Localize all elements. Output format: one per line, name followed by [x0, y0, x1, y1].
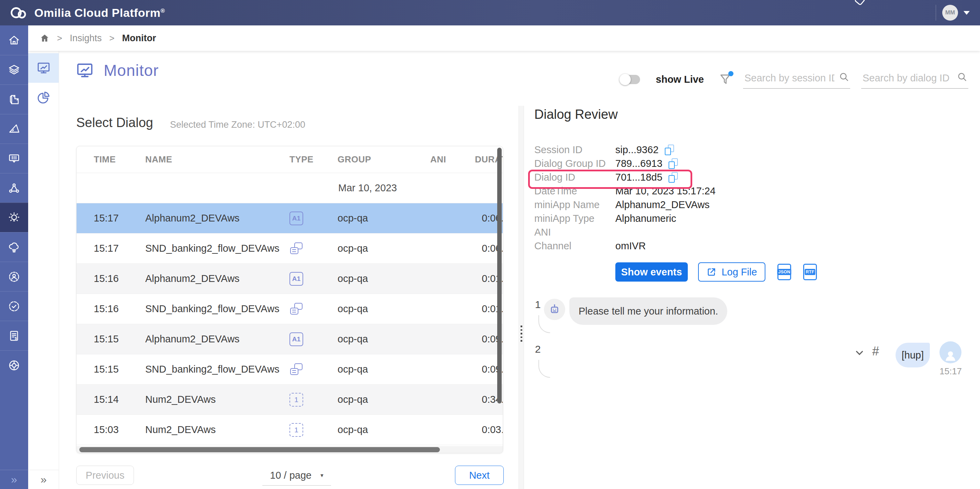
subnav-item-reports[interactable]: [28, 83, 59, 112]
col-time: TIME: [94, 154, 145, 165]
dialog-review-panel: Dialog Review Session ID sip...9362 Dial…: [534, 51, 980, 489]
table-row[interactable]: 15:16 Alphanum2_DEVAws A1 ocp-qa 0:01.: [76, 264, 503, 294]
gear-user-icon: [8, 270, 21, 283]
sidebar-item-deploy[interactable]: [0, 232, 28, 262]
cell-name: Num2_DEVAws: [145, 424, 290, 435]
cell-name: Num2_DEVAws: [145, 394, 290, 405]
cell-group: ocp-qa: [337, 303, 430, 315]
sidebar-item-orchestrator[interactable]: [0, 173, 28, 202]
field-value: 701...18d5: [615, 172, 662, 183]
breadcrumb-insights-link[interactable]: Insights: [70, 33, 102, 44]
previous-page-button[interactable]: Previous: [76, 466, 134, 485]
show-events-button[interactable]: Show events: [615, 262, 688, 282]
blocks-icon: [8, 93, 21, 106]
page-title: Monitor: [104, 61, 159, 80]
table-row[interactable]: 15:14 Num2_DEVAws 1 ocp-qa 0:34.: [76, 385, 503, 415]
sidebar-item-insights[interactable]: [0, 202, 28, 232]
user-avatar[interactable]: MM: [942, 5, 958, 21]
field-row-dialog-id: Dialog ID 701...18d5: [534, 170, 795, 184]
cell-time: 15:14: [94, 394, 145, 405]
expand-message-chevron-icon[interactable]: [854, 347, 865, 358]
secondary-sidebar: »: [28, 51, 59, 489]
log-file-button[interactable]: Log File: [698, 262, 765, 282]
cell-name: SND_banking2_flow_DEVAws: [145, 364, 290, 375]
cell-name: SND_banking2_flow_DEVAws: [145, 243, 290, 254]
sidebar-item-support[interactable]: [0, 350, 28, 380]
field-value: Mar 10, 2023 15:17:24: [615, 185, 716, 197]
field-label: Dialog Group ID: [534, 158, 615, 169]
primary-sidebar: $ »: [0, 25, 28, 489]
cloud-deploy-icon: [8, 241, 21, 254]
bot-avatar: [544, 299, 565, 320]
table-header-row: TIME NAME TYPE GROUP ANI DURATION: [76, 146, 503, 173]
table-row[interactable]: 15:15 SND_banking2_flow_DEVAws ocp-qa 0:…: [76, 354, 503, 385]
cell-time: 15:03: [94, 424, 145, 435]
user-menu-caret-icon[interactable]: [964, 11, 970, 15]
field-value: 789...6913: [615, 158, 662, 169]
download-json-button[interactable]: JSON: [777, 264, 791, 280]
sidebar-item-admin[interactable]: [0, 262, 28, 291]
cell-duration: 0:03.: [475, 424, 503, 435]
field-label: Dialog ID: [534, 172, 615, 183]
breadcrumb: > Insights > Monitor: [28, 25, 980, 51]
breadcrumb-home-icon[interactable]: [40, 33, 49, 43]
date-group-row: Mar 10, 2023: [76, 173, 503, 203]
select-dialog-title: Select Dialog: [76, 115, 153, 130]
person-icon: [943, 348, 958, 363]
table-row[interactable]: 15:15 Alphanum2_DEVAws A1 ocp-qa 0:09.: [76, 324, 503, 354]
subnav-item-monitor[interactable]: [28, 53, 59, 83]
primary-sidebar-collapse-button[interactable]: »: [0, 470, 28, 489]
sidebar-item-miniapps[interactable]: [0, 55, 28, 84]
page-size-select[interactable]: 10 / page ▾: [262, 466, 331, 486]
splitter-drag-handle[interactable]: [520, 325, 522, 344]
col-group: GROUP: [337, 154, 430, 165]
next-page-button[interactable]: Next: [455, 466, 504, 485]
field-label: Session ID: [534, 144, 615, 156]
cell-time: 15:17: [94, 213, 145, 224]
field-row-miniapp-name: miniApp Name Alphanum2_DEVAws: [534, 198, 795, 212]
top-header: Omilia Cloud Platform® MM: [0, 0, 980, 25]
copy-icon[interactable]: [668, 172, 678, 183]
sidebar-item-tools[interactable]: [0, 114, 28, 143]
copy-icon[interactable]: [668, 158, 678, 169]
table-row[interactable]: 15:03 Num2_DEVAws 1 ocp-qa 0:03.: [76, 415, 503, 445]
cell-time: 15:17: [94, 243, 145, 254]
horizontal-scrollbar-thumb[interactable]: [79, 447, 440, 452]
table-row[interactable]: 15:17 Alphanum2_DEVAws A1 ocp-qa 0:06.: [76, 203, 503, 234]
cell-time: 15:15: [94, 333, 145, 345]
sidebar-item-resources[interactable]: [0, 84, 28, 114]
field-value: Alphanumeric: [615, 213, 676, 224]
timezone-label: Selected Time Zone: UTC+02:00: [170, 119, 305, 130]
sidebar-item-quality[interactable]: [0, 291, 28, 321]
col-ani: ANI: [430, 154, 475, 165]
sidebar-item-home[interactable]: [0, 25, 28, 55]
secondary-sidebar-collapse-button[interactable]: »: [28, 470, 59, 489]
field-row-datetime: DateTime Mar 10, 2023 15:17:24: [534, 184, 795, 198]
cell-group: ocp-qa: [337, 213, 430, 224]
download-rtf-button[interactable]: RTF: [803, 264, 817, 280]
flow-type-icon: [290, 363, 303, 376]
field-row-ani: ANI: [534, 225, 795, 239]
bot-message-bubble: Please tell me your information.: [569, 297, 727, 325]
sidebar-item-billing[interactable]: $: [0, 321, 28, 350]
copy-icon[interactable]: [665, 145, 674, 155]
main-content: Monitor show Live Select: [59, 51, 980, 489]
svg-text:$: $: [15, 336, 17, 340]
page-size-label: 10 / page: [270, 470, 312, 481]
sidebar-item-voice[interactable]: [0, 143, 28, 173]
vertical-scrollbar-thumb[interactable]: [497, 148, 502, 403]
cell-group: ocp-qa: [337, 364, 430, 375]
badge-check-icon: [8, 300, 21, 313]
breadcrumb-current-page: Monitor: [122, 33, 156, 44]
col-name: NAME: [145, 154, 290, 165]
table-row[interactable]: 15:16 SND_banking2_flow_DEVAws ocp-qa 0:…: [76, 294, 503, 324]
dialog-table: TIME NAME TYPE GROUP ANI DURATION Mar 10…: [76, 146, 503, 453]
message-index: 2: [535, 343, 541, 355]
field-value: sip...9362: [615, 144, 659, 156]
omilia-cloud-platform-app: Omilia Cloud Platform® MM: [0, 0, 980, 489]
notification-icon[interactable]: [854, 0, 865, 6]
table-row[interactable]: 15:17 SND_banking2_flow_DEVAws ocp-qa 0:…: [76, 234, 503, 264]
flow-type-icon: [290, 302, 303, 316]
network-icon: [8, 182, 21, 195]
pie-chart-icon: [37, 90, 51, 105]
